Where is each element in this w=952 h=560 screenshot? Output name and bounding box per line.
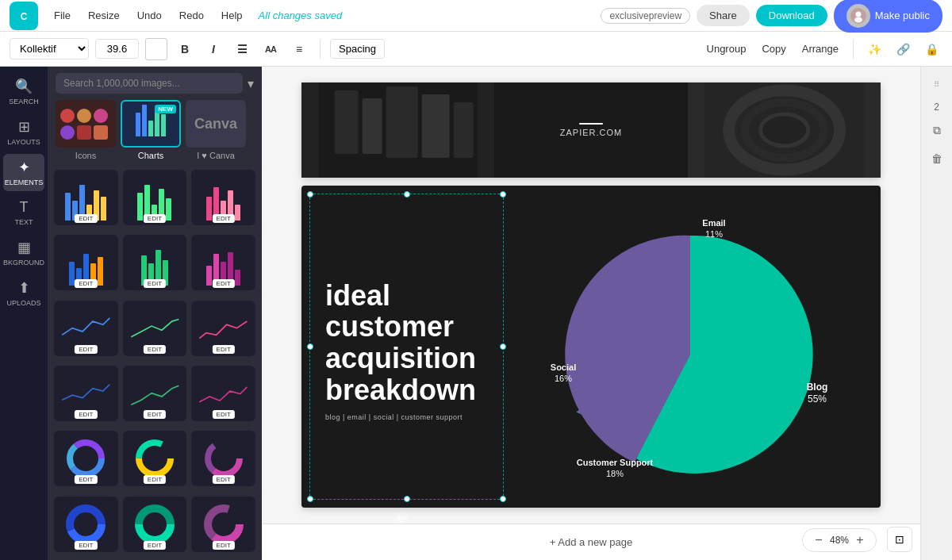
zoom-out-button[interactable]: −: [811, 532, 827, 548]
bold-button[interactable]: B: [174, 38, 196, 60]
chart-thumb-16[interactable]: EDIT: [54, 497, 118, 552]
page-number: 2: [934, 102, 939, 113]
edit-label-17[interactable]: EDIT: [144, 541, 166, 550]
sidebar-label-elements: ELEMENTS: [5, 178, 44, 186]
edit-label-2[interactable]: EDIT: [144, 214, 166, 223]
edit-label-18[interactable]: EDIT: [213, 541, 235, 550]
svg-text:Email: Email: [702, 218, 725, 228]
edit-label-11[interactable]: EDIT: [144, 410, 166, 419]
chart-thumb-8[interactable]: EDIT: [123, 301, 187, 356]
edit-label-15[interactable]: EDIT: [213, 475, 235, 484]
canvas-scroll[interactable]: ZAPIER.COM: [262, 67, 920, 524]
svg-text:Blog: Blog: [807, 382, 828, 393]
search-input[interactable]: [56, 73, 243, 94]
edit-label-9[interactable]: EDIT: [213, 345, 235, 354]
chart-thumb-9[interactable]: EDIT: [191, 301, 255, 356]
page-view-button[interactable]: ⊡: [887, 527, 912, 552]
zoom-in-button[interactable]: +: [852, 532, 868, 548]
sidebar-item-layouts[interactable]: ⊞ LAYOUTS: [3, 113, 44, 151]
svg-rect-28: [422, 94, 450, 158]
chart-thumb-3[interactable]: EDIT: [191, 170, 255, 225]
category-charts[interactable]: NEW Charts: [121, 100, 181, 160]
edit-label-10[interactable]: EDIT: [75, 410, 97, 419]
chart-thumb-2[interactable]: EDIT: [123, 170, 187, 225]
edit-label-5[interactable]: EDIT: [144, 279, 166, 288]
chart-thumb-10[interactable]: EDIT: [54, 366, 118, 421]
svg-rect-27: [386, 86, 418, 158]
make-public-button[interactable]: Make public: [834, 0, 942, 33]
category-icons[interactable]: Icons: [56, 100, 116, 160]
handle-lm[interactable]: [307, 343, 313, 350]
link-button[interactable]: 🔗: [892, 38, 914, 60]
font-family-select[interactable]: Kollektif: [10, 38, 89, 59]
content-panel: ▾ Icons: [48, 67, 262, 560]
chart-thumb-12[interactable]: EDIT: [191, 366, 255, 421]
chart-thumb-18[interactable]: EDIT: [191, 497, 255, 552]
nav-help[interactable]: Help: [217, 6, 248, 25]
nav-undo[interactable]: Undo: [132, 6, 167, 25]
lock-button[interactable]: 🔒: [920, 38, 942, 60]
share-button[interactable]: Share: [697, 5, 750, 26]
sidebar-item-search[interactable]: 🔍 SEARCH: [3, 73, 44, 110]
page-canvas-2[interactable]: ideal customer acquisition breakdown blo…: [301, 186, 881, 508]
chart-thumb-1[interactable]: EDIT: [54, 170, 118, 225]
nav-redo[interactable]: Redo: [175, 6, 209, 25]
svg-text:16%: 16%: [555, 374, 572, 383]
topbar: C File Resize Undo Redo Help All changes…: [0, 0, 952, 32]
sidebar-item-background[interactable]: ▦ BKGROUND: [3, 234, 44, 271]
ungroup-button[interactable]: Ungroup: [702, 40, 751, 58]
sidebar-item-elements[interactable]: ✦ ELEMENTS: [3, 154, 44, 191]
nav-file[interactable]: File: [49, 6, 75, 25]
edit-label-14[interactable]: EDIT: [144, 475, 166, 484]
chart-thumb-14[interactable]: EDIT: [123, 431, 187, 486]
list-button[interactable]: ≡: [288, 38, 310, 60]
nav-resize[interactable]: Resize: [83, 6, 125, 25]
icons-thumbnail[interactable]: [56, 100, 116, 148]
svg-point-20: [147, 516, 163, 532]
handle-bl[interactable]: [307, 496, 313, 502]
edit-label-13[interactable]: EDIT: [75, 475, 97, 484]
page2-left[interactable]: ideal customer acquisition breakdown blo…: [301, 186, 500, 508]
chart-thumb-13[interactable]: EDIT: [54, 431, 118, 486]
font-size-input[interactable]: [95, 39, 139, 59]
arrange-button[interactable]: Arrange: [797, 40, 843, 58]
category-canva[interactable]: Canva I ♥ Canva: [186, 100, 246, 160]
handle-tm[interactable]: [404, 191, 410, 198]
magic-button[interactable]: ✨: [863, 38, 885, 60]
main-body: 🔍 SEARCH ⊞ LAYOUTS ✦ ELEMENTS T TEXT ▦ B…: [0, 67, 952, 560]
handle-bm[interactable]: [404, 496, 410, 502]
chart-thumb-11[interactable]: EDIT: [123, 366, 187, 421]
charts-thumbnail[interactable]: NEW: [121, 100, 181, 148]
copy-button[interactable]: Copy: [757, 40, 790, 58]
chart-thumb-5[interactable]: EDIT: [123, 235, 187, 290]
edit-label-12[interactable]: EDIT: [213, 410, 235, 419]
align-button[interactable]: ☰: [231, 38, 253, 60]
chart-thumb-17[interactable]: EDIT: [123, 497, 187, 552]
sidebar-item-text[interactable]: T TEXT: [3, 194, 44, 231]
canva-logo[interactable]: C: [10, 2, 38, 30]
canva-thumbnail[interactable]: Canva: [186, 100, 246, 148]
rotate-handle[interactable]: ↻: [393, 512, 409, 524]
search-dropdown-icon[interactable]: ▾: [248, 76, 254, 91]
chart-thumb-7[interactable]: EDIT: [54, 301, 118, 356]
page-canvas-1[interactable]: ZAPIER.COM: [301, 82, 881, 178]
edit-label-16[interactable]: EDIT: [75, 541, 97, 550]
duplicate-page-button[interactable]: ⧉: [926, 119, 948, 141]
edit-label-8[interactable]: EDIT: [144, 345, 166, 354]
sidebar-item-uploads[interactable]: ⬆ UPLOADS: [3, 274, 44, 312]
edit-label-7[interactable]: EDIT: [75, 345, 97, 354]
handle-tl[interactable]: [307, 191, 313, 198]
chart-thumb-6[interactable]: EDIT: [191, 235, 255, 290]
chart-thumb-4[interactable]: EDIT: [54, 235, 118, 290]
chart-thumb-15[interactable]: EDIT: [191, 431, 255, 486]
italic-button[interactable]: I: [202, 38, 225, 60]
edit-label-4[interactable]: EDIT: [75, 279, 97, 288]
edit-label-3[interactable]: EDIT: [213, 214, 235, 223]
delete-page-button[interactable]: 🗑: [926, 148, 948, 170]
aa-button[interactable]: AA: [259, 38, 282, 60]
edit-label-1[interactable]: EDIT: [75, 214, 97, 223]
download-button[interactable]: Download: [756, 5, 827, 26]
color-swatch[interactable]: [145, 38, 167, 60]
spacing-button[interactable]: Spacing: [330, 39, 385, 59]
edit-label-6[interactable]: EDIT: [213, 279, 235, 288]
